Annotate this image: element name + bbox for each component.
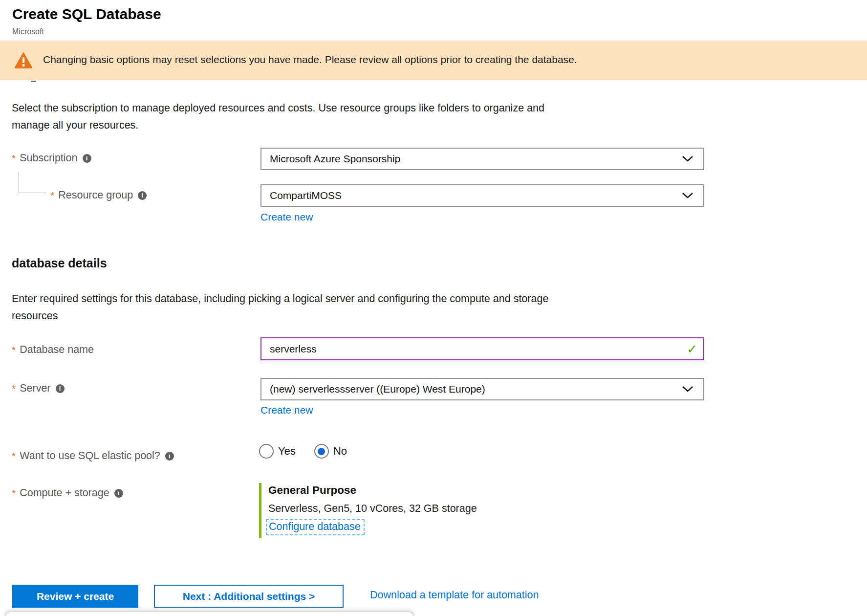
chevron-down-icon — [682, 155, 694, 162]
tier-detail: Serverless, Gen5, 10 vCores, 32 GB stora… — [268, 503, 477, 515]
database-name-label: * Database name — [12, 344, 94, 356]
tree-connector-vertical — [19, 172, 19, 193]
intro-line-2: manage all your resources. — [12, 117, 544, 134]
chevron-down-icon — [682, 386, 694, 393]
info-icon[interactable]: i — [114, 489, 123, 498]
create-new-resource-group-link[interactable]: Create new — [260, 211, 313, 223]
required-asterisk: * — [12, 153, 16, 164]
publisher-label: Microsoft — [12, 27, 44, 36]
server-dropdown[interactable]: (new) serverlessserver ((Europe) West Eu… — [260, 378, 704, 400]
warning-banner: Changing basic options may reset selecti… — [0, 41, 867, 80]
subscription-dropdown[interactable]: Microsoft Azure Sponsorship — [260, 148, 704, 170]
subscription-value: Microsoft Azure Sponsorship — [270, 153, 400, 165]
warning-icon — [15, 52, 32, 68]
bottom-panel-edge — [5, 612, 414, 616]
page-title: Create SQL Database — [12, 6, 161, 22]
required-asterisk: * — [12, 450, 16, 462]
warning-message: Changing basic options may reset selecti… — [43, 54, 577, 66]
resource-group-dropdown[interactable]: CompartiMOSS — [260, 184, 704, 207]
radio-circle-unselected[interactable] — [259, 444, 274, 459]
intro-text: Select the subscription to manage deploy… — [12, 100, 544, 134]
configure-database-link[interactable]: Configure database — [266, 519, 365, 535]
info-icon[interactable]: i — [165, 452, 174, 461]
description-line-2: resources — [12, 308, 548, 325]
valid-check-icon: ✓ — [687, 342, 697, 357]
create-new-server-link[interactable]: Create new — [260, 404, 313, 416]
subscription-label: * Subscription i — [12, 152, 91, 164]
server-value: (new) serverlessserver ((Europe) West Eu… — [270, 383, 485, 395]
required-asterisk: * — [12, 344, 16, 356]
elastic-pool-label: * Want to use SQL elastic pool? i — [12, 450, 174, 462]
compute-tier-card: General Purpose Serverless, Gen5, 10 vCo… — [259, 483, 477, 538]
chevron-down-icon — [682, 192, 694, 199]
tier-name: General Purpose — [268, 484, 477, 497]
radio-circle-selected[interactable] — [314, 444, 329, 459]
database-name-field: ✓ — [260, 337, 704, 360]
next-additional-settings-button[interactable]: Next : Additional settings > — [154, 585, 344, 608]
elastic-pool-radio-group: Yes No — [259, 444, 366, 459]
required-asterisk: * — [12, 383, 16, 395]
resource-group-value: CompartiMOSS — [270, 190, 342, 201]
required-asterisk: * — [50, 190, 54, 201]
required-asterisk: * — [12, 487, 16, 499]
create-sql-database-page: Create SQL Database Microsoft Changing b… — [0, 0, 867, 616]
radio-yes[interactable]: Yes — [259, 444, 296, 459]
clipped-element-artifact — [31, 81, 36, 82]
radio-no-label: No — [333, 445, 347, 458]
info-icon[interactable]: i — [83, 154, 91, 163]
description-line-1: Enter required settings for this databas… — [12, 290, 548, 308]
server-label: * Server i — [12, 382, 65, 395]
resource-group-label: * Resource group i — [50, 189, 147, 201]
database-details-heading: database details — [12, 256, 107, 270]
radio-no[interactable]: No — [314, 444, 347, 459]
info-icon[interactable]: i — [56, 384, 65, 393]
review-create-button[interactable]: Review + create — [12, 585, 138, 608]
page-header: Create SQL Database Microsoft — [0, 0, 867, 41]
database-details-description: Enter required settings for this databas… — [12, 290, 548, 325]
database-name-input[interactable] — [260, 337, 704, 360]
intro-line-1: Select the subscription to manage deploy… — [12, 100, 544, 117]
compute-storage-label: * Compute + storage i — [12, 487, 123, 499]
radio-yes-label: Yes — [278, 445, 296, 458]
download-template-link[interactable]: Download a template for automation — [370, 589, 539, 601]
info-icon[interactable]: i — [138, 191, 147, 200]
tree-connector-horizontal — [19, 193, 46, 193]
